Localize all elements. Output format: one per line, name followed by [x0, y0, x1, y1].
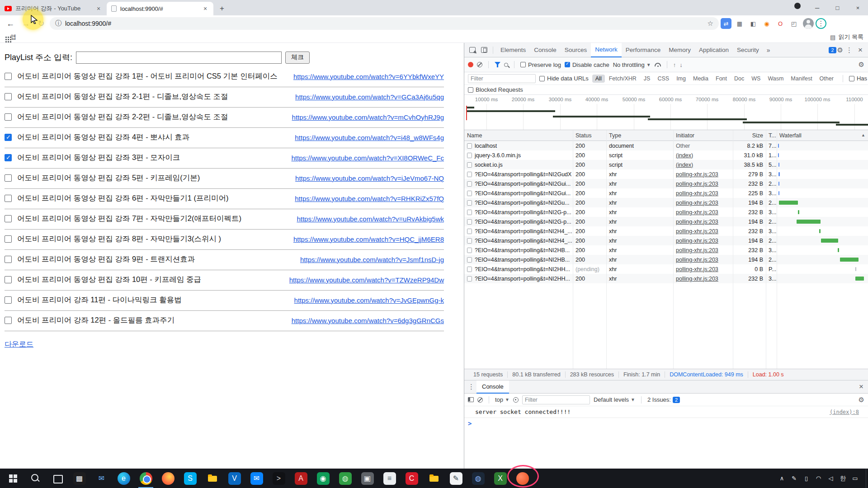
bookmark-star-icon[interactable]: ☆	[708, 19, 713, 28]
throttling-dropdown[interactable]: No throttling▼	[613, 61, 651, 68]
apps-label[interactable]: 앱	[10, 33, 16, 41]
column-separator[interactable]	[766, 130, 766, 369]
item-checkbox[interactable]	[5, 276, 12, 283]
tray-action-center-icon[interactable]: ▭	[849, 469, 861, 488]
item-video-link[interactable]: https://www.youtube.com/watch?v=TZWzeRP9…	[289, 276, 444, 284]
tab-close-icon[interactable]: ×	[95, 5, 102, 12]
blocked-requests-checkbox[interactable]: Blocked Requests	[468, 86, 523, 93]
console-clear-icon[interactable]	[477, 397, 483, 403]
item-video-link[interactable]: https://www.youtube.com/watch?v=HQC_jjM6…	[293, 235, 444, 243]
network-request-row[interactable]: ?EIO=4&transport=polling&t=NI2G-p... 200…	[464, 217, 868, 226]
back-button[interactable]: ←	[4, 17, 17, 30]
initiator-link[interactable]: polling-xhr.js:203	[676, 181, 718, 187]
extension-grid-icon[interactable]: ▦	[734, 18, 745, 29]
disable-cache-checkbox[interactable]: Disable cache	[565, 61, 609, 68]
url-text[interactable]: localhost:9900/#	[65, 20, 704, 27]
item-video-link[interactable]: https://www.youtube.com/watch?v=6YYbkfWx…	[293, 73, 444, 80]
initiator-link[interactable]: polling-xhr.js:203	[676, 266, 718, 272]
type-filter-pill[interactable]: Fetch/XHR	[606, 75, 640, 83]
taskbar-app-button[interactable]: >	[268, 469, 290, 488]
column-header-type[interactable]: Type	[606, 132, 673, 139]
type-filter-pill[interactable]: JS	[641, 75, 654, 83]
item-checkbox[interactable]	[5, 195, 12, 202]
new-tab-button[interactable]: +	[216, 3, 228, 14]
devtools-settings-icon[interactable]: ⚙	[837, 46, 843, 54]
apps-grid-icon[interactable]	[5, 37, 7, 38]
devtools-tab[interactable]: Sources	[561, 43, 591, 57]
initiator-link[interactable]: polling-xhr.js:203	[676, 200, 718, 206]
initiator-link[interactable]: polling-xhr.js:203	[676, 276, 718, 282]
type-filter-pill[interactable]: Media	[690, 75, 712, 83]
type-filter-pill[interactable]: Other	[816, 75, 837, 83]
initiator-link[interactable]: polling-xhr.js:203	[676, 238, 718, 244]
column-separator[interactable]	[606, 130, 607, 369]
tray-network-icon[interactable]: ◠	[812, 469, 825, 488]
hide-data-urls-checkbox[interactable]: Hide data URLs	[539, 75, 589, 82]
type-filter-pill[interactable]: Manifest	[788, 75, 815, 83]
site-info-icon[interactable]: ⓘ	[55, 19, 61, 28]
item-video-link[interactable]: https://www.youtube.com/watch?v=JvGEpwnG…	[294, 296, 444, 304]
import-har-icon[interactable]: ↑	[673, 61, 676, 68]
column-separator[interactable]	[673, 130, 674, 369]
taskbar-app-button[interactable]	[157, 469, 179, 488]
network-request-row[interactable]: ?EIO=4&transport=polling&t=NI2HB... 200 …	[464, 245, 868, 255]
context-dropdown[interactable]: top▼	[495, 396, 509, 403]
minimize-button[interactable]: ─	[807, 0, 827, 15]
profile-avatar[interactable]	[803, 18, 814, 29]
item-checkbox[interactable]	[5, 317, 12, 324]
initiator-link[interactable]: (index)	[676, 162, 693, 168]
more-tabs-icon[interactable]: »	[764, 47, 773, 54]
devtools-tab[interactable]: Application	[695, 43, 733, 57]
tray-battery-icon[interactable]: ▯	[800, 469, 812, 488]
taskbar-app-button[interactable]	[201, 469, 223, 488]
playlist-url-input[interactable]	[76, 52, 282, 64]
tab-youtube[interactable]: 프리미어 강좌 - YouTube ×	[0, 2, 107, 15]
clear-icon[interactable]	[477, 62, 482, 67]
item-video-link[interactable]: https://www.youtube.com/watch?v=i48_w8WF…	[295, 134, 444, 141]
network-timeline-overview[interactable]: 10000 ms 20000 ms 30000 ms	[464, 95, 868, 130]
item-video-link[interactable]: https://www.youtube.com/watch?v=6dg3gGRn…	[292, 317, 444, 324]
initiator-link[interactable]: polling-xhr.js:203	[676, 247, 718, 253]
type-filter-pill[interactable]: Doc	[731, 75, 747, 83]
network-request-row[interactable]: ?EIO=4&transport=polling&t=NI2HH... 200 …	[464, 274, 868, 283]
initiator-link[interactable]: Other	[676, 143, 690, 149]
close-button[interactable]: ×	[848, 0, 868, 15]
item-checkbox[interactable]	[5, 113, 12, 121]
filter-icon[interactable]	[495, 62, 500, 67]
tray-volume-icon[interactable]: ◁	[825, 469, 837, 488]
console-prompt[interactable]: >	[464, 418, 868, 429]
issues-counter[interactable]: 2 Issues:2	[647, 396, 680, 403]
taskbar-app-button[interactable]	[24, 469, 46, 488]
taskbar-app-button[interactable]	[423, 469, 445, 488]
tray-pen-icon[interactable]: ✎	[788, 469, 800, 488]
column-header-size[interactable]: Size	[733, 132, 766, 139]
console-settings-icon[interactable]: ⚙	[859, 396, 864, 404]
has-blocked-cookies-checkbox[interactable]: Has blocked cookies	[849, 75, 868, 82]
extension-red-icon[interactable]: O	[775, 18, 786, 29]
initiator-link[interactable]: polling-xhr.js:203	[676, 190, 718, 197]
extension-puzzle-icon[interactable]: ◰	[788, 18, 799, 29]
network-request-row[interactable]: localhost 200 document Other 8.2 kB 7...	[464, 141, 868, 150]
devtools-tab[interactable]: Memory	[665, 43, 695, 57]
column-header-name[interactable]: Name	[464, 132, 573, 139]
type-filter-pill[interactable]: WS	[748, 75, 764, 83]
inspect-element-icon[interactable]	[469, 47, 476, 53]
tray-ime-korean-icon[interactable]: 한	[837, 469, 849, 488]
tray-hidden-icons-chevron[interactable]: ∧	[776, 469, 788, 488]
tab-close-icon[interactable]: ×	[202, 5, 209, 12]
item-checkbox[interactable]	[5, 174, 12, 182]
download-link[interactable]: 다운로드	[5, 340, 33, 349]
log-levels-dropdown[interactable]: Default levels▼	[594, 396, 635, 403]
check-button[interactable]: 체크	[285, 52, 310, 64]
item-checkbox[interactable]	[5, 296, 12, 304]
drawer-menu-icon[interactable]: ⋮	[466, 383, 476, 391]
item-checkbox[interactable]	[5, 93, 12, 100]
item-checkbox[interactable]	[5, 256, 12, 263]
network-request-row[interactable]: socket.io.js 200 script (index) 38.5 kB …	[464, 160, 868, 169]
initiator-link[interactable]: polling-xhr.js:203	[676, 171, 718, 178]
taskbar-app-button[interactable]	[2, 469, 24, 488]
initiator-link[interactable]: polling-xhr.js:203	[676, 228, 718, 235]
sort-ascending-icon[interactable]: ▲	[861, 133, 865, 137]
devtools-close-icon[interactable]: ×	[855, 46, 865, 55]
network-request-row[interactable]: ?EIO=4&transport=polling&t=NI2G-p... 200…	[464, 207, 868, 217]
